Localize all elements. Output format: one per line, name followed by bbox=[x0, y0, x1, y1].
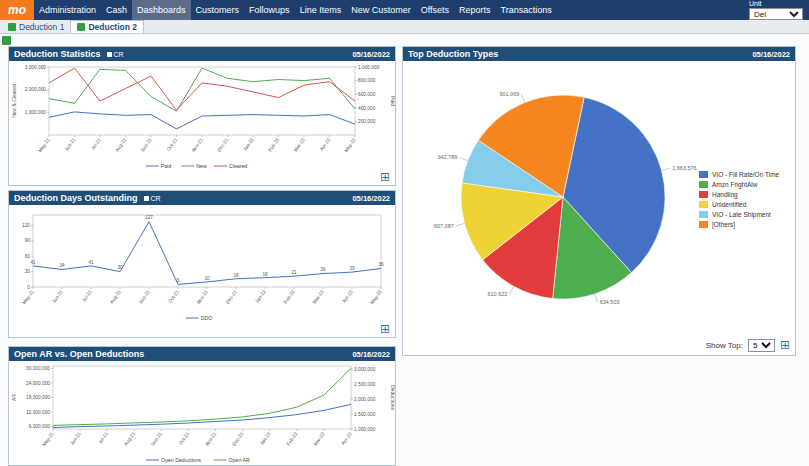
svg-text:342,789: 342,789 bbox=[437, 154, 457, 160]
panel-footer: ⊞ bbox=[9, 171, 395, 183]
panel-top-deduction-types: Top Deduction Types 05/16/2022 1,663,576… bbox=[402, 46, 796, 356]
table-view-icon[interactable]: ⊞ bbox=[380, 171, 390, 183]
nav-item-followups[interactable]: Followups bbox=[244, 0, 295, 20]
nav-item-cash[interactable]: Cash bbox=[101, 0, 132, 20]
deduction-days-outstanding-chart: 0306090120May-21Jun-21Jul-21Aug-21Sep-21… bbox=[9, 205, 395, 323]
svg-text:Paid: Paid bbox=[161, 163, 171, 169]
dashboard-icon bbox=[77, 23, 85, 31]
svg-text:Cleared: Cleared bbox=[229, 163, 247, 169]
svg-text:Mar-22: Mar-22 bbox=[312, 289, 325, 305]
open-ar-vs-open-deductions-chart: 6,000,00012,000,00018,000,00024,000,0003… bbox=[9, 361, 395, 465]
svg-text:Jun-21: Jun-21 bbox=[51, 289, 64, 304]
badge-label: CR bbox=[114, 51, 124, 58]
svg-text:1,500,000: 1,500,000 bbox=[354, 412, 376, 417]
svg-text:18: 18 bbox=[262, 272, 268, 277]
badge-icon bbox=[144, 196, 149, 201]
svg-text:Apr-22: Apr-22 bbox=[341, 289, 354, 304]
panel-header: Open AR vs. Open Deductions 05/16/2022 bbox=[9, 347, 395, 361]
expand-icon[interactable] bbox=[2, 36, 11, 45]
panel-header: Top Deduction Types 05/16/2022 bbox=[403, 47, 795, 61]
panel-footer: ⊞ bbox=[9, 323, 395, 335]
nav-item-customers[interactable]: Customers bbox=[191, 0, 245, 20]
nav-item-reports[interactable]: Reports bbox=[454, 0, 496, 20]
svg-text:Aug-21: Aug-21 bbox=[109, 289, 122, 305]
panel-date: 05/16/2022 bbox=[352, 194, 390, 203]
svg-text:DDO: DDO bbox=[201, 315, 213, 321]
panel-date: 05/16/2022 bbox=[352, 350, 390, 359]
unit-selector: Unit Del bbox=[749, 0, 809, 20]
nav-item-dashboards[interactable]: Dashboards bbox=[132, 0, 191, 20]
svg-text:Mar-22: Mar-22 bbox=[293, 137, 306, 153]
badge-icon bbox=[107, 52, 112, 57]
nav-item-transactions[interactable]: Transactions bbox=[496, 0, 557, 20]
svg-text:634,503: 634,503 bbox=[600, 299, 620, 305]
svg-text:607,087: 607,087 bbox=[434, 223, 454, 229]
svg-text:Apr-22: Apr-22 bbox=[319, 137, 332, 152]
brand-logo: mo bbox=[0, 0, 34, 20]
svg-text:Deductions: Deductions bbox=[390, 385, 395, 411]
nav-item-new-customer[interactable]: New Customer bbox=[346, 0, 416, 20]
svg-text:41: 41 bbox=[30, 260, 36, 265]
svg-text:1,000,000: 1,000,000 bbox=[25, 110, 47, 115]
svg-text:Aug-21: Aug-21 bbox=[114, 137, 127, 153]
tab-deduction-2[interactable]: Deduction 2 bbox=[70, 20, 144, 33]
show-top-label: Show Top: bbox=[706, 341, 743, 350]
tab-label: Deduction 2 bbox=[88, 22, 137, 32]
svg-text:5: 5 bbox=[177, 278, 180, 283]
svg-text:Sep-21: Sep-21 bbox=[150, 431, 163, 447]
svg-text:41: 41 bbox=[88, 260, 94, 265]
svg-text:New: New bbox=[196, 163, 207, 169]
svg-text:610,622: 610,622 bbox=[487, 291, 507, 297]
legend-item-vio-late-shipment: VIO - Late Shipment bbox=[699, 211, 779, 218]
table-view-icon[interactable]: ⊞ bbox=[780, 339, 790, 351]
svg-text:2,000,000: 2,000,000 bbox=[354, 397, 376, 402]
svg-text:29: 29 bbox=[349, 266, 355, 271]
svg-text:10: 10 bbox=[204, 276, 210, 281]
svg-text:30,000,000: 30,000,000 bbox=[26, 366, 50, 371]
svg-text:12,000,000: 12,000,000 bbox=[26, 410, 50, 415]
svg-text:Jul-21: Jul-21 bbox=[81, 289, 93, 303]
svg-text:34: 34 bbox=[59, 263, 65, 268]
legend-item-vio-fill-rate-on-time: VIO - Fill Rate/On Time bbox=[699, 171, 779, 178]
legend-label: Unidentified bbox=[712, 201, 746, 208]
svg-text:Nov-21: Nov-21 bbox=[196, 289, 209, 305]
svg-text:26: 26 bbox=[320, 267, 326, 272]
svg-text:Jul-21: Jul-21 bbox=[97, 431, 109, 445]
svg-text:901,069: 901,069 bbox=[499, 91, 519, 97]
svg-text:Jan-22: Jan-22 bbox=[259, 431, 272, 446]
svg-text:1,000,000: 1,000,000 bbox=[354, 427, 376, 432]
panel-date: 05/16/2022 bbox=[752, 50, 790, 59]
svg-text:Open Deductions: Open Deductions bbox=[161, 457, 201, 463]
pie-legend: VIO - Fill Rate/On TimeAmzn FrightAlwHan… bbox=[699, 171, 779, 228]
svg-text:Jun-21: Jun-21 bbox=[64, 137, 77, 152]
dashboard-icon bbox=[8, 23, 16, 31]
svg-text:Feb-22: Feb-22 bbox=[268, 137, 281, 153]
cr-badge: CR bbox=[107, 51, 124, 58]
legend-item-others: [Others] bbox=[699, 221, 779, 228]
table-view-icon[interactable]: ⊞ bbox=[380, 323, 390, 335]
nav-item-line-items[interactable]: Line Items bbox=[295, 0, 347, 20]
svg-text:Nov-21: Nov-21 bbox=[204, 431, 217, 447]
svg-text:Nov-21: Nov-21 bbox=[191, 137, 204, 153]
panel-date: 05/16/2022 bbox=[352, 50, 390, 59]
svg-text:400,000: 400,000 bbox=[358, 106, 376, 111]
nav-item-offsets[interactable]: Offsets bbox=[416, 0, 454, 20]
svg-text:30: 30 bbox=[25, 269, 31, 274]
tab-deduction-1[interactable]: Deduction 1 bbox=[2, 21, 70, 33]
legend-swatch bbox=[699, 181, 708, 188]
panel-deduction-days-outstanding: Deduction Days Outstanding CR 05/16/2022… bbox=[8, 190, 396, 338]
nav-item-administration[interactable]: Administration bbox=[34, 0, 101, 20]
svg-text:AR: AR bbox=[11, 394, 17, 401]
svg-text:Sep-21: Sep-21 bbox=[138, 289, 151, 305]
tab-label: Deduction 1 bbox=[19, 22, 64, 32]
panel-title: Top Deduction Types bbox=[408, 49, 498, 59]
unit-select[interactable]: Del bbox=[749, 8, 803, 20]
svg-text:New & Cleared: New & Cleared bbox=[11, 84, 17, 118]
legend-swatch bbox=[699, 211, 708, 218]
svg-text:6,000,000: 6,000,000 bbox=[29, 424, 51, 429]
legend-label: VIO - Late Shipment bbox=[712, 211, 771, 218]
deduction-dashboard: mo AdministrationCashDashboardsCustomers… bbox=[0, 0, 809, 466]
svg-text:Feb-22: Feb-22 bbox=[286, 431, 299, 447]
show-top-select[interactable]: 5 bbox=[748, 339, 775, 352]
top-nav: mo AdministrationCashDashboardsCustomers… bbox=[0, 0, 809, 20]
